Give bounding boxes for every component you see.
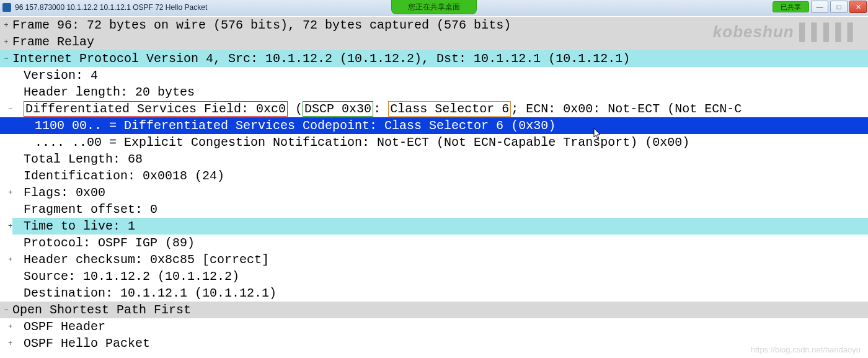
dsf-rest: ; ECN: 0x00: Not-ECT (Not ECN-C: [511, 102, 742, 116]
text: Version: 4: [24, 68, 98, 83]
toggle-glyph: +: [8, 251, 12, 268]
screen-share-banner[interactable]: 您正在共享桌面: [391, 0, 477, 14]
window-controls: 已共享 — □ ✕: [773, 1, 867, 13]
gutter-blank: [0, 285, 12, 302]
tree-row-ecn[interactable]: .... ..00 = Explicit Congestion Notifica…: [0, 134, 868, 151]
expand-toggle[interactable]: +: [0, 318, 12, 335]
tree-label: 1100 00.. = Differentiated Services Code…: [12, 117, 868, 134]
gutter-blank: [0, 201, 12, 218]
expand-toggle[interactable]: +: [0, 251, 12, 268]
expand-toggle[interactable]: +: [0, 34, 12, 50]
tree-row-protocol[interactable]: Protocol: OSPF IGP (89): [0, 235, 868, 251]
tree-label: Source: 10.1.12.2 (10.1.12.2): [12, 268, 868, 285]
toggle-glyph: +: [8, 218, 12, 235]
class-selector-box: Class Selector 6: [388, 101, 511, 117]
text: Time to live: 1: [24, 219, 135, 233]
dsf-field-box: Differentiated Services Field: 0xc0: [24, 101, 288, 117]
close-button[interactable]: ✕: [849, 1, 867, 13]
toggle-glyph: +: [8, 318, 12, 335]
tree-row-checksum[interactable]: + Header checksum: 0x8c85 [correct]: [0, 251, 868, 268]
text: .... ..00 = Explicit Congestion Notifica…: [35, 135, 689, 150]
tree-label: Open Shortest Path First: [12, 302, 868, 318]
expand-toggle[interactable]: +: [0, 335, 12, 352]
text: Flags: 0x00: [24, 186, 105, 200]
tree-row-ospf[interactable]: − Open Shortest Path First: [0, 302, 868, 318]
tree-label: Time to live: 1: [12, 218, 868, 235]
tree-row-frame-relay[interactable]: + Frame Relay: [0, 34, 868, 50]
gutter-blank: [0, 134, 12, 151]
tree-label: Version: 4: [12, 67, 868, 84]
tree-row-source[interactable]: Source: 10.1.12.2 (10.1.12.2): [0, 268, 868, 285]
toggle-glyph: +: [8, 184, 12, 201]
text: OSPF Hello Packet: [24, 336, 150, 351]
text: 1100 00.. = Differentiated Services Code…: [35, 119, 556, 133]
tree-label: Header length: 20 bytes: [12, 84, 868, 101]
gutter-blank: [0, 235, 12, 251]
minimize-button[interactable]: —: [811, 1, 828, 13]
shared-badge[interactable]: 已共享: [773, 1, 809, 12]
tree-row-dsf[interactable]: − Differentiated Services Field: 0xc0 (D…: [0, 101, 868, 117]
tree-label: Protocol: OSPF IGP (89): [12, 235, 868, 251]
text: OSPF Header: [24, 320, 105, 334]
gutter-blank: [0, 268, 12, 285]
gutter-blank: [0, 67, 12, 84]
expand-toggle[interactable]: +: [0, 184, 12, 201]
tree-row-destination[interactable]: Destination: 10.1.12.1 (10.1.12.1): [0, 285, 868, 302]
gutter-blank: [0, 151, 12, 168]
tree-row-frame[interactable]: + Frame 96: 72 bytes on wire (576 bits),…: [0, 17, 868, 34]
tree-label: Internet Protocol Version 4, Src: 10.1.1…: [12, 50, 868, 67]
tree-label: Identification: 0x0018 (24): [12, 168, 868, 184]
collapse-toggle[interactable]: −: [0, 101, 12, 117]
tree-label: Header checksum: 0x8c85 [correct]: [12, 251, 868, 268]
text: Source: 10.1.12.2 (10.1.12.2): [24, 269, 239, 284]
tree-row-flags[interactable]: + Flags: 0x00: [0, 184, 868, 201]
text: Destination: 10.1.12.1 (10.1.12.1): [24, 286, 277, 300]
tree-row-identification[interactable]: Identification: 0x0018 (24): [0, 168, 868, 184]
tree-label: Total Length: 68: [12, 151, 868, 168]
toggle-glyph: +: [8, 335, 12, 352]
expand-toggle[interactable]: +: [0, 218, 12, 235]
tree-label: Differentiated Services Field: 0xc0 (DSC…: [12, 101, 868, 117]
window-titlebar: 96 157.873000 10.1.12.2 10.1.12.1 OSPF 7…: [0, 0, 868, 16]
dscp-box: DSCP 0x30: [303, 101, 373, 117]
toggle-glyph: −: [8, 101, 12, 117]
tree-row-ttl[interactable]: + Time to live: 1: [0, 218, 868, 235]
tree-label: OSPF Hello Packet: [12, 335, 868, 352]
gutter-blank: [0, 117, 12, 134]
expand-toggle[interactable]: +: [0, 17, 12, 34]
collapse-toggle[interactable]: −: [0, 50, 12, 67]
tree-row-hlen[interactable]: Header length: 20 bytes: [0, 84, 868, 101]
app-icon: [2, 3, 11, 12]
tree-label: Flags: 0x00: [12, 184, 868, 201]
text: Fragment offset: 0: [24, 202, 157, 217]
tree-label: OSPF Header: [12, 318, 868, 335]
text: Protocol: OSPF IGP (89): [24, 236, 195, 250]
tree-label: Frame 96: 72 bytes on wire (576 bits), 7…: [12, 17, 868, 34]
text: Header checksum: 0x8c85 [correct]: [24, 253, 269, 267]
tree-row-dscp-selected[interactable]: 1100 00.. = Differentiated Services Code…: [0, 117, 868, 134]
text: Identification: 0x0018 (24): [24, 169, 224, 183]
tree-label: Frame Relay: [12, 34, 868, 50]
window-title: 96 157.873000 10.1.12.2 10.1.12.1 OSPF 7…: [15, 3, 207, 12]
tree-row-ospf-hello[interactable]: + OSPF Hello Packet: [0, 335, 868, 352]
tree-row-fragment-offset[interactable]: Fragment offset: 0: [0, 201, 868, 218]
tree-row-version[interactable]: Version: 4: [0, 67, 868, 84]
tree-label: .... ..00 = Explicit Congestion Notifica…: [12, 134, 868, 151]
tree-row-ospf-header[interactable]: + OSPF Header: [0, 318, 868, 335]
packet-details-tree[interactable]: + Frame 96: 72 bytes on wire (576 bits),…: [0, 16, 868, 352]
maximize-button[interactable]: □: [830, 1, 848, 13]
tree-row-total-length[interactable]: Total Length: 68: [0, 151, 868, 168]
gutter-blank: [0, 84, 12, 101]
text: Total Length: 68: [24, 152, 143, 166]
tree-label: Fragment offset: 0: [12, 201, 868, 218]
text: Header length: 20 bytes: [24, 85, 195, 99]
gutter-blank: [0, 168, 12, 184]
tree-row-ip[interactable]: − Internet Protocol Version 4, Src: 10.1…: [0, 50, 868, 67]
tree-label: Destination: 10.1.12.1 (10.1.12.1): [12, 285, 868, 302]
collapse-toggle[interactable]: −: [0, 302, 12, 318]
